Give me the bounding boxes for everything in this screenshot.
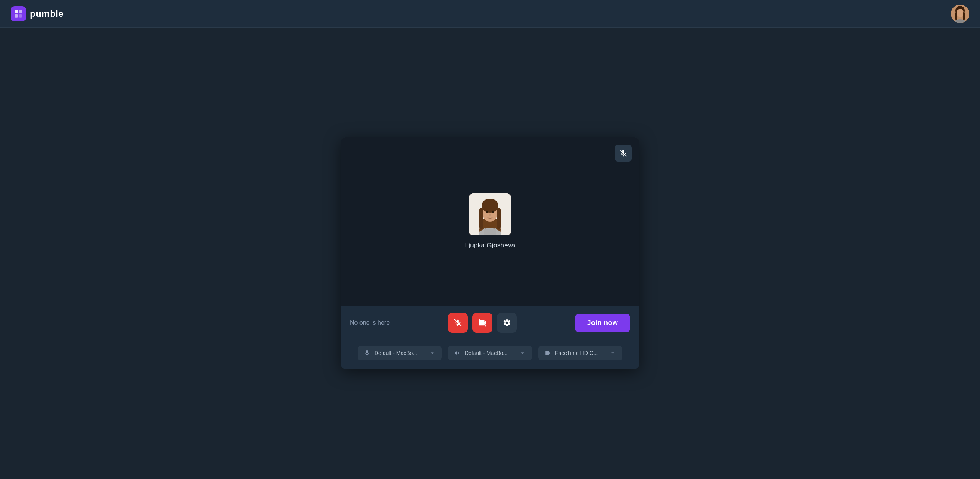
call-status: No one is here [350, 319, 390, 326]
mute-button[interactable] [448, 313, 468, 333]
video-preview: Ljupka Gjosheva [341, 137, 639, 306]
svg-point-18 [492, 211, 494, 213]
participant-avatar [469, 193, 511, 235]
svg-rect-2 [15, 14, 18, 18]
camera-chevron-icon [609, 350, 616, 356]
svg-rect-8 [963, 12, 965, 20]
mic-chevron-icon [429, 350, 436, 356]
logo-area: pumble [11, 6, 64, 21]
call-card: Ljupka Gjosheva No one is here [341, 137, 639, 369]
svg-point-17 [486, 211, 488, 213]
mic-label: Default - MacBo... [374, 350, 425, 356]
pumble-logo-icon [11, 6, 26, 21]
mic-icon [364, 350, 371, 356]
speaker-chevron-icon [519, 350, 526, 356]
microphone-selector[interactable]: Default - MacBo... [358, 346, 442, 360]
speaker-selector[interactable]: Default - MacBo... [448, 346, 532, 360]
svg-rect-0 [15, 10, 18, 13]
mute-indicator-badge [615, 145, 632, 162]
device-bar: Default - MacBo... Default - MacBo... [341, 340, 639, 369]
svg-rect-3 [19, 14, 22, 18]
controls-buttons [448, 313, 517, 333]
svg-rect-15 [479, 208, 483, 229]
svg-point-14 [482, 199, 498, 213]
camera-selector[interactable]: FaceTime HD C... [538, 346, 622, 360]
join-now-button[interactable]: Join now [575, 314, 630, 332]
app-name: pumble [30, 8, 64, 19]
speaker-icon [454, 350, 461, 356]
svg-point-19 [489, 214, 491, 216]
svg-rect-16 [497, 208, 501, 229]
video-toggle-button[interactable] [472, 313, 492, 333]
main-content: Ljupka Gjosheva No one is here [0, 28, 980, 479]
settings-button[interactable] [497, 313, 517, 333]
user-avatar[interactable] [951, 5, 969, 23]
navbar: pumble [0, 0, 980, 28]
svg-rect-1 [19, 10, 22, 13]
participant-name: Ljupka Gjosheva [465, 242, 515, 249]
controls-bar: No one is here [341, 306, 639, 340]
camera-icon [544, 350, 551, 356]
camera-label: FaceTime HD C... [555, 350, 606, 356]
svg-point-6 [957, 9, 964, 17]
speaker-label: Default - MacBo... [465, 350, 515, 356]
svg-rect-7 [956, 12, 957, 20]
